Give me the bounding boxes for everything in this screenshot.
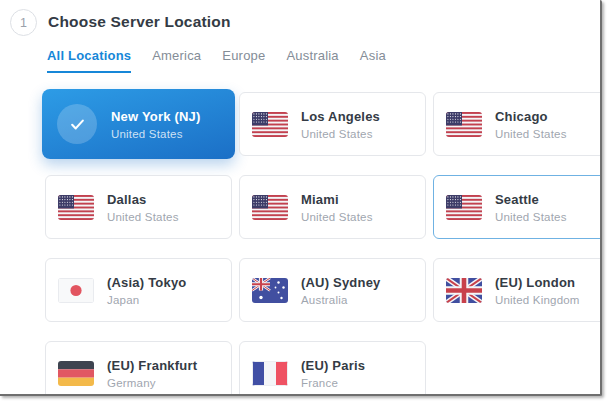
city-label: Los Angeles — [301, 109, 380, 124]
step-number-badge: 1 — [10, 9, 37, 36]
page-title: Choose Server Location — [48, 13, 231, 31]
tab-europe[interactable]: Europe — [222, 48, 265, 73]
country-label: United States — [301, 211, 373, 223]
country-label: United States — [111, 128, 201, 140]
flag-jp-icon — [58, 278, 94, 303]
city-label: Dallas — [107, 192, 179, 207]
tab-label: Australia — [286, 48, 338, 63]
flag-uk-icon — [446, 278, 482, 303]
city-label: (EU) Paris — [301, 358, 365, 373]
check-icon — [57, 104, 97, 144]
flag-us-icon — [446, 195, 482, 220]
country-label: France — [301, 377, 365, 389]
city-label: (AU) Sydney — [301, 275, 381, 290]
server-location-card-seattle[interactable]: Seattle United States — [433, 175, 602, 239]
tab-australia[interactable]: Australia — [286, 48, 338, 73]
country-label: United States — [495, 128, 567, 140]
country-label: United States — [301, 128, 380, 140]
server-location-card-dallas[interactable]: Dallas United States — [45, 175, 232, 239]
step-number: 1 — [20, 16, 27, 30]
country-label: Germany — [107, 377, 197, 389]
tab-label: Asia — [360, 48, 386, 63]
server-location-card-eu-paris[interactable]: (EU) Paris France — [239, 341, 426, 396]
screenshot-frame: 1 Choose Server Location All LocationsAm… — [0, 0, 608, 406]
flag-us-icon — [252, 195, 288, 220]
choose-server-location-panel: 1 Choose Server Location All LocationsAm… — [0, 0, 602, 396]
country-label: United States — [495, 211, 567, 223]
country-label: United Kingdom — [495, 294, 580, 306]
tab-america[interactable]: America — [152, 48, 201, 73]
server-location-card-miami[interactable]: Miami United States — [239, 175, 426, 239]
server-location-grid: New York (NJ) United States Los Angeles … — [45, 92, 602, 396]
flag-de-icon — [58, 361, 94, 386]
city-label: Miami — [301, 192, 373, 207]
city-label: Seattle — [495, 192, 567, 207]
tab-all-locations[interactable]: All Locations — [47, 48, 131, 73]
flag-us-icon — [446, 112, 482, 137]
server-location-card-eu-london[interactable]: (EU) London United Kingdom — [433, 258, 602, 322]
server-location-card-new-york-nj[interactable]: New York (NJ) United States — [42, 89, 235, 159]
server-location-card-eu-frankfurt[interactable]: (EU) Frankfurt Germany — [45, 341, 232, 396]
city-label: (EU) London — [495, 275, 580, 290]
tab-label: Europe — [222, 48, 265, 63]
server-location-card-au-sydney[interactable]: (AU) Sydney Australia — [239, 258, 426, 322]
flag-us-icon — [252, 112, 288, 137]
city-label: (EU) Frankfurt — [107, 358, 197, 373]
city-label: Chicago — [495, 109, 567, 124]
country-label: Australia — [301, 294, 381, 306]
flag-au-icon — [252, 278, 288, 303]
location-filter-tabs: All LocationsAmericaEuropeAustraliaAsia — [47, 48, 386, 73]
tab-label: All Locations — [47, 48, 131, 63]
flag-us-icon — [58, 195, 94, 220]
country-label: Japan — [107, 294, 186, 306]
city-label: (Asia) Tokyo — [107, 275, 186, 290]
flag-fr-icon — [252, 361, 288, 386]
country-label: United States — [107, 211, 179, 223]
server-location-card-los-angeles[interactable]: Los Angeles United States — [239, 92, 426, 156]
city-label: New York (NJ) — [111, 109, 201, 124]
server-location-card-asia-tokyo[interactable]: (Asia) Tokyo Japan — [45, 258, 232, 322]
tab-asia[interactable]: Asia — [360, 48, 386, 73]
server-location-card-chicago[interactable]: Chicago United States — [433, 92, 602, 156]
tab-label: America — [152, 48, 201, 63]
